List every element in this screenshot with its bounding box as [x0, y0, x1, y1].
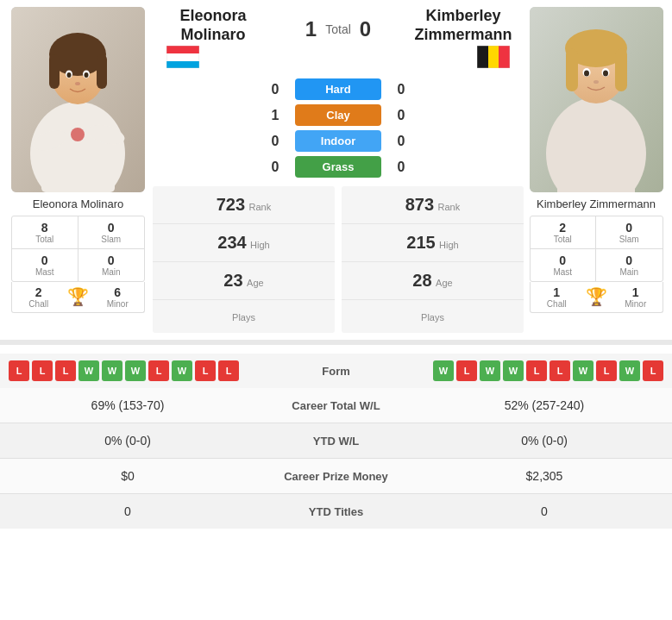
- form-section: LLLWWWLWLL Form WLWWLLWLWL: [0, 354, 672, 388]
- surface-indoor: 0 Indoor 0: [149, 130, 527, 152]
- left-high-val: 234: [217, 233, 246, 252]
- left-high-lbl: High: [250, 240, 270, 250]
- stats-row: $0Career Prize Money$2,305: [0, 459, 672, 494]
- left-stats-grid: 8 Total 0 Slam 0 Mast 0 Main: [11, 216, 145, 282]
- hard-button[interactable]: Hard: [295, 78, 381, 100]
- left-player-center-name: Eleonora Molinaro: [153, 7, 273, 44]
- score-right: 0: [360, 17, 371, 41]
- form-badge: L: [550, 360, 570, 381]
- left-plays-item: Plays: [153, 300, 335, 333]
- right-slam-stat: 0 Slam: [596, 216, 663, 249]
- right-rank-lbl: Rank: [438, 202, 461, 212]
- right-age-lbl: Age: [436, 278, 453, 288]
- svg-point-14: [71, 128, 85, 141]
- right-plays-lbl: Plays: [421, 312, 444, 323]
- left-form-badges: LLLWWWLWLL: [9, 360, 250, 381]
- stat-right-value: 0: [417, 494, 672, 529]
- form-badge: L: [643, 360, 663, 381]
- center-column: Eleonora Molinaro 1 Total 0 Kimberley Zi…: [149, 7, 527, 333]
- stats-row: 0YTD Titles0: [0, 494, 672, 529]
- left-rank-item: 723 Rank: [153, 186, 335, 224]
- form-badge: L: [596, 360, 617, 381]
- left-player-photo: [11, 7, 145, 192]
- right-age-val: 28: [412, 271, 431, 290]
- left-mini-stats: 8 Total 0 Slam 0 Mast 0 Main: [11, 216, 145, 313]
- right-center-stats: 873 Rank 215 High 28 Age Plays: [342, 186, 524, 333]
- left-rank-lbl: Rank: [249, 202, 272, 212]
- left-mast-stat: 0 Mast: [12, 249, 79, 281]
- form-badge: W: [480, 360, 500, 381]
- indoor-score-left: 0: [267, 134, 283, 149]
- svg-rect-29: [615, 48, 627, 91]
- clay-score-right: 0: [393, 108, 409, 123]
- right-mast-stat: 0 Mast: [531, 249, 597, 281]
- hard-score-left: 0: [267, 82, 283, 97]
- svg-rect-20: [488, 46, 499, 68]
- right-plays-item: Plays: [342, 300, 524, 333]
- form-badge: W: [503, 360, 524, 381]
- right-trophy-row: 1 Chall 🏆 1 Minor: [530, 282, 663, 313]
- svg-point-13: [75, 82, 80, 85]
- left-player-name-under: Eleonora Molinaro: [33, 197, 124, 212]
- belgium-flag: [477, 46, 510, 68]
- svg-point-32: [584, 71, 589, 77]
- right-high-lbl: High: [439, 240, 459, 250]
- left-trophy-row: 2 Chall 🏆 6 Minor: [11, 282, 145, 313]
- total-score: 1 Total 0: [305, 7, 371, 44]
- form-badge: W: [125, 360, 146, 381]
- right-player-name-under: Kimberley Zimmermann: [537, 197, 656, 212]
- form-badge: L: [218, 360, 239, 381]
- surface-clay: 1 Clay 0: [149, 104, 527, 126]
- form-badge: L: [526, 360, 547, 381]
- form-badge: L: [148, 360, 169, 381]
- right-total-stat: 2 Total: [531, 216, 597, 249]
- right-high-item: 215 High: [342, 224, 524, 262]
- svg-point-11: [67, 72, 72, 78]
- right-mini-stats: 2 Total 0 Slam 0 Mast 0 Main: [530, 216, 663, 313]
- form-badge: W: [619, 360, 640, 381]
- svg-point-34: [593, 80, 599, 84]
- clay-button[interactable]: Clay: [295, 104, 381, 126]
- indoor-button[interactable]: Indoor: [295, 130, 381, 152]
- top-section: Eleonora Molinaro 8 Total 0 Slam 0 Mast: [0, 0, 672, 340]
- center-name-row: Eleonora Molinaro 1 Total 0 Kimberley Zi…: [149, 7, 527, 44]
- stat-right-value: $2,305: [417, 459, 672, 494]
- stat-right-value: 52% (257-240): [417, 388, 672, 423]
- left-age-val: 23: [223, 271, 242, 290]
- left-high-item: 234 High: [153, 224, 335, 262]
- right-flag: [477, 46, 510, 72]
- bottom-stats-table: 69% (153-70)Career Total W/L52% (257-240…: [0, 388, 672, 529]
- section-divider: [0, 340, 672, 345]
- left-slam-stat: 0 Slam: [79, 216, 145, 249]
- left-flag: [166, 46, 199, 72]
- form-badge: W: [172, 360, 192, 381]
- right-rank-val: 873: [405, 195, 434, 214]
- right-rank-item: 873 Rank: [342, 186, 524, 224]
- grass-score-right: 0: [393, 160, 409, 175]
- form-badge: W: [79, 360, 99, 381]
- surface-grass: 0 Grass 0: [149, 156, 527, 178]
- grass-button[interactable]: Grass: [295, 156, 381, 178]
- left-total-stat: 8 Total: [12, 216, 79, 249]
- surfaces-container: 0 Hard 0 1 Clay 0 0 Indoor 0 0 Grass: [149, 78, 527, 178]
- right-high-val: 215: [406, 233, 435, 252]
- form-badge: L: [55, 360, 76, 381]
- left-rank-val: 723: [217, 195, 245, 214]
- flags-row: [149, 44, 527, 73]
- stat-center-label: Career Total W/L: [255, 388, 417, 423]
- grass-score-left: 0: [267, 160, 283, 175]
- luxembourg-flag: [166, 46, 199, 68]
- stat-left-value: 0: [0, 494, 255, 529]
- right-trophy-icon: 🏆: [583, 286, 609, 307]
- right-main-stat: 0 Main: [596, 249, 663, 281]
- indoor-score-right: 0: [393, 134, 409, 149]
- svg-rect-16: [166, 53, 199, 61]
- svg-point-33: [603, 71, 608, 77]
- svg-rect-25: [557, 119, 635, 192]
- surface-hard: 0 Hard 0: [149, 78, 527, 100]
- right-age-item: 28 Age: [342, 262, 524, 300]
- svg-rect-8: [97, 54, 107, 89]
- left-center-stats: 723 Rank 234 High 23 Age Plays: [153, 186, 335, 333]
- stat-left-value: 0% (0-0): [0, 423, 255, 459]
- form-badge: W: [573, 360, 593, 381]
